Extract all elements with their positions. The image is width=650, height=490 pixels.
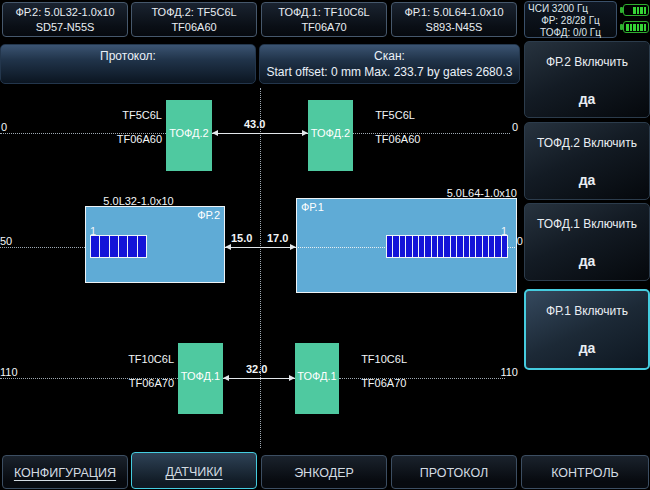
fr-distance-right-value: 17.0	[267, 232, 288, 244]
tofd2-left-probe-box: ТОФД.2	[166, 100, 212, 171]
bottom-tab-probes[interactable]: ДАТЧИКИ	[131, 452, 257, 489]
top-tab-fr1-line2: S893-N45S	[392, 20, 516, 35]
prf-value: ЧСИ 3200 Гц	[528, 3, 613, 15]
protocol-panel[interactable]: Протокол:	[0, 44, 256, 84]
bottom-tab-configuration[interactable]: КОНФИГУРАЦИЯ	[2, 455, 128, 489]
tofd2-right-probe-box: ТОФД.2	[308, 100, 353, 171]
top-tab-fr2-line2: SD57-N55S	[3, 20, 127, 35]
sidebar-button-fr1-enable[interactable]: ФР.1 Включить да	[524, 289, 650, 370]
bottom-tab-control[interactable]: КОНТРОЛЬ	[521, 455, 649, 489]
sidebar-button-tofd2-enable[interactable]: ТОФД.2 Включить да	[524, 122, 650, 200]
protocol-label: Протокол:	[1, 49, 255, 63]
tofd1-distance-value: 32.0	[246, 363, 267, 375]
weld-center-line	[260, 88, 261, 448]
tofd1-enable-value: да	[525, 253, 649, 269]
ruler-fr-left: 50	[0, 235, 12, 247]
tofd-rate-value: ТОФД: 0/0 Гц	[528, 27, 613, 39]
tofd1-left-probe-name: TF10C6L TF06A70	[94, 341, 174, 401]
ruler-tofd1-right: 110	[493, 366, 518, 378]
bottom-tab-encoder[interactable]: ЭНКОДЕР	[261, 455, 387, 489]
scan-offset-value: Start offset: 0 mm Max. 233.7 by gates 2…	[260, 65, 519, 79]
tofd1-enable-label: ТОФД.1 Включить	[525, 217, 649, 231]
tofd1-right-probe-name: TF10C6L TF06A70	[343, 341, 407, 401]
tofd2-left-probe-name: TF5C6L TF06A60	[82, 97, 162, 157]
fr1-enable-label: ФР.1 Включить	[526, 304, 648, 318]
tofd1-distance-arrow	[223, 378, 295, 379]
ruler-tofd2-right: 0	[493, 121, 518, 133]
battery-icon-1	[623, 4, 649, 16]
tofd2-distance-arrow	[212, 133, 308, 134]
scan-label: Скан:	[260, 49, 519, 63]
status-panel: ЧСИ 3200 Гц ФР: 28/28 Гц ТОФД: 0/0 Гц	[524, 1, 617, 38]
fr2-enable-value: да	[525, 91, 649, 107]
fr-rate-value: ФР: 28/28 Гц	[528, 15, 613, 27]
top-tab-fr1-line1: ФР.1: 5.0L64-1.0x10	[392, 5, 516, 20]
sidebar-button-tofd1-enable[interactable]: ТОФД.1 Включить да	[524, 203, 650, 281]
battery-icon-2	[623, 21, 649, 33]
tofd2-right-probe-name: TF5C6L TF06A60	[357, 97, 420, 157]
top-tab-fr1[interactable]: ФР.1: 5.0L64-1.0x10 S893-N45S	[391, 2, 517, 37]
top-tab-tofd1-line2: TF06A70	[262, 20, 386, 35]
top-tab-tofd1[interactable]: ТОФД.1: TF10C6L TF06A70	[261, 2, 387, 37]
fr2-enable-label: ФР.2 Включить	[525, 55, 649, 69]
device-screen: ФР.2: 5.0L32-1.0x10 SD57-N55S ТОФД.2: TF…	[0, 0, 650, 490]
top-tab-tofd1-line1: ТОФД.1: TF10C6L	[262, 5, 386, 20]
fr-distance-left-value: 15.0	[231, 232, 252, 244]
tofd2-enable-value: да	[525, 172, 649, 188]
fr1-box-label: ФР.1	[301, 201, 324, 213]
top-tab-tofd2[interactable]: ТОФД.2: TF5C6L TF06A60	[131, 2, 257, 37]
top-tab-tofd2-line1: ТОФД.2: TF5C6L	[132, 5, 256, 20]
sidebar-button-fr2-enable[interactable]: ФР.2 Включить да	[524, 41, 650, 118]
fr1-enable-value: да	[526, 340, 648, 356]
ruler-tofd2-left: 0	[1, 121, 7, 133]
fr-distance-arrow	[225, 247, 296, 248]
tofd2-distance-value: 43.0	[244, 118, 265, 130]
top-tab-tofd2-line2: TF06A60	[132, 20, 256, 35]
fr2-element-array	[90, 235, 147, 258]
fr1-element-array	[386, 235, 508, 258]
scan-panel[interactable]: Скан: Start offset: 0 mm Max. 233.7 by g…	[259, 44, 520, 84]
tofd2-enable-label: ТОФД.2 Включить	[525, 136, 649, 150]
fr2-box-label: ФР.2	[197, 209, 220, 221]
ruler-tofd1-left: 110	[0, 366, 18, 378]
bottom-tab-protocol[interactable]: ПРОТОКОЛ	[391, 455, 517, 489]
top-tab-fr2-line1: ФР.2: 5.0L32-1.0x10	[3, 5, 127, 20]
tofd1-left-probe-box: ТОФД.1	[178, 343, 223, 414]
top-tab-fr2[interactable]: ФР.2: 5.0L32-1.0x10 SD57-N55S	[2, 2, 128, 37]
fr-axis-left	[0, 247, 85, 248]
tofd1-right-probe-box: ТОФД.1	[295, 343, 339, 414]
